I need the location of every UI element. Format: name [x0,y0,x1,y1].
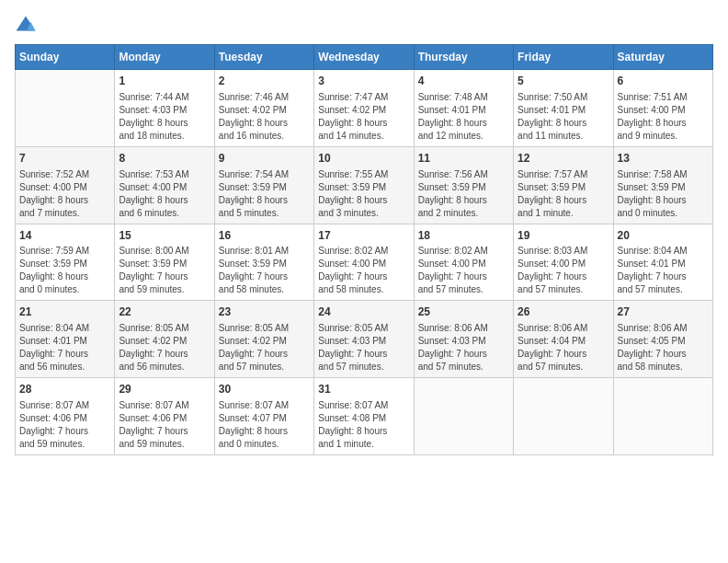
day-number: 30 [219,382,310,397]
calendar-cell: 11Sunrise: 7:56 AM Sunset: 3:59 PM Dayli… [414,146,513,224]
day-info: Sunrise: 8:00 AM Sunset: 3:59 PM Dayligh… [119,245,210,296]
calendar-cell: 30Sunrise: 8:07 AM Sunset: 4:07 PM Dayli… [214,378,313,455]
calendar-body: 1Sunrise: 7:44 AM Sunset: 4:03 PM Daylig… [16,70,713,455]
day-info: Sunrise: 8:07 AM Sunset: 4:06 PM Dayligh… [19,399,110,451]
day-info: Sunrise: 8:07 AM Sunset: 4:08 PM Dayligh… [318,399,409,451]
calendar-week-1: 1Sunrise: 7:44 AM Sunset: 4:03 PM Daylig… [16,70,713,147]
dow-header-thursday: Thursday [414,45,513,70]
day-number: 10 [318,151,409,167]
day-info: Sunrise: 8:05 AM Sunset: 4:02 PM Dayligh… [219,322,310,373]
calendar-cell [613,378,712,455]
day-number: 18 [418,228,509,244]
day-number: 6 [618,74,709,89]
dow-header-wednesday: Wednesday [314,45,414,70]
day-number: 5 [518,74,609,89]
calendar-table: SundayMondayTuesdayWednesdayThursdayFrid… [15,44,713,455]
day-info: Sunrise: 7:48 AM Sunset: 4:01 PM Dayligh… [418,91,509,143]
day-number: 28 [19,382,110,397]
day-number: 4 [418,74,509,89]
day-number: 12 [518,151,609,167]
day-info: Sunrise: 8:04 AM Sunset: 4:01 PM Dayligh… [618,245,709,296]
day-info: Sunrise: 7:47 AM Sunset: 4:02 PM Dayligh… [318,91,409,143]
calendar-cell: 22Sunrise: 8:05 AM Sunset: 4:02 PM Dayli… [115,301,214,378]
calendar-cell [514,378,613,455]
dow-header-saturday: Saturday [613,45,712,70]
day-number: 31 [318,382,409,397]
calendar-week-4: 21Sunrise: 8:04 AM Sunset: 4:01 PM Dayli… [16,301,713,378]
day-number: 19 [518,228,609,244]
day-info: Sunrise: 7:52 AM Sunset: 4:00 PM Dayligh… [19,168,110,220]
day-info: Sunrise: 7:58 AM Sunset: 3:59 PM Dayligh… [618,168,709,220]
logo [15,15,40,37]
calendar-cell: 27Sunrise: 8:06 AM Sunset: 4:05 PM Dayli… [613,301,712,378]
calendar-week-5: 28Sunrise: 8:07 AM Sunset: 4:06 PM Dayli… [16,378,713,455]
day-info: Sunrise: 7:54 AM Sunset: 3:59 PM Dayligh… [219,168,310,220]
calendar-cell: 23Sunrise: 8:05 AM Sunset: 4:02 PM Dayli… [214,301,313,378]
day-number: 8 [119,151,210,167]
calendar-cell: 1Sunrise: 7:44 AM Sunset: 4:03 PM Daylig… [115,70,214,147]
calendar-cell: 19Sunrise: 8:03 AM Sunset: 4:00 PM Dayli… [514,224,613,301]
calendar-cell: 16Sunrise: 8:01 AM Sunset: 3:59 PM Dayli… [214,224,313,301]
day-number: 29 [119,382,210,397]
day-number: 22 [119,304,210,320]
day-info: Sunrise: 8:02 AM Sunset: 4:00 PM Dayligh… [418,245,509,296]
day-info: Sunrise: 7:56 AM Sunset: 3:59 PM Dayligh… [418,168,509,220]
days-of-week-row: SundayMondayTuesdayWednesdayThursdayFrid… [16,45,713,70]
day-number: 27 [618,304,709,320]
day-number: 26 [518,304,609,320]
day-number: 24 [318,304,409,320]
calendar-cell: 9Sunrise: 7:54 AM Sunset: 3:59 PM Daylig… [214,146,313,224]
calendar-cell [16,70,115,147]
day-number: 20 [618,228,709,244]
day-info: Sunrise: 7:57 AM Sunset: 3:59 PM Dayligh… [518,168,609,220]
day-number: 16 [219,228,310,244]
calendar-cell: 20Sunrise: 8:04 AM Sunset: 4:01 PM Dayli… [613,224,712,301]
calendar-cell: 10Sunrise: 7:55 AM Sunset: 3:59 PM Dayli… [314,146,414,224]
day-number: 23 [219,304,310,320]
calendar-cell: 3Sunrise: 7:47 AM Sunset: 4:02 PM Daylig… [314,70,414,147]
day-number: 13 [618,151,709,167]
day-info: Sunrise: 8:06 AM Sunset: 4:03 PM Dayligh… [418,322,509,373]
dow-header-friday: Friday [514,45,613,70]
day-number: 1 [119,74,210,89]
day-info: Sunrise: 8:04 AM Sunset: 4:01 PM Dayligh… [19,322,110,373]
calendar-cell: 13Sunrise: 7:58 AM Sunset: 3:59 PM Dayli… [613,146,712,224]
day-number: 17 [318,228,409,244]
calendar-cell: 24Sunrise: 8:05 AM Sunset: 4:03 PM Dayli… [314,301,414,378]
calendar-cell [414,378,513,455]
day-number: 2 [219,74,310,89]
day-info: Sunrise: 7:55 AM Sunset: 3:59 PM Dayligh… [318,168,409,220]
day-info: Sunrise: 8:06 AM Sunset: 4:05 PM Dayligh… [618,322,709,373]
calendar-cell: 31Sunrise: 8:07 AM Sunset: 4:08 PM Dayli… [314,378,414,455]
day-info: Sunrise: 8:07 AM Sunset: 4:07 PM Dayligh… [219,399,310,451]
calendar-cell: 26Sunrise: 8:06 AM Sunset: 4:04 PM Dayli… [514,301,613,378]
calendar-cell: 8Sunrise: 7:53 AM Sunset: 4:00 PM Daylig… [115,146,214,224]
dow-header-monday: Monday [115,45,214,70]
day-info: Sunrise: 8:02 AM Sunset: 4:00 PM Dayligh… [318,245,409,296]
dow-header-tuesday: Tuesday [214,45,313,70]
calendar-cell: 29Sunrise: 8:07 AM Sunset: 4:06 PM Dayli… [115,378,214,455]
day-info: Sunrise: 8:05 AM Sunset: 4:02 PM Dayligh… [119,322,210,373]
day-info: Sunrise: 7:46 AM Sunset: 4:02 PM Dayligh… [219,91,310,143]
day-info: Sunrise: 7:51 AM Sunset: 4:00 PM Dayligh… [618,91,709,143]
calendar-week-2: 7Sunrise: 7:52 AM Sunset: 4:00 PM Daylig… [16,146,713,224]
day-info: Sunrise: 8:01 AM Sunset: 3:59 PM Dayligh… [219,245,310,296]
day-info: Sunrise: 8:07 AM Sunset: 4:06 PM Dayligh… [119,399,210,451]
day-number: 25 [418,304,509,320]
calendar-cell: 28Sunrise: 8:07 AM Sunset: 4:06 PM Dayli… [16,378,115,455]
day-number: 21 [19,304,110,320]
calendar-cell: 2Sunrise: 7:46 AM Sunset: 4:02 PM Daylig… [214,70,313,147]
calendar-cell: 21Sunrise: 8:04 AM Sunset: 4:01 PM Dayli… [16,301,115,378]
calendar-cell: 4Sunrise: 7:48 AM Sunset: 4:01 PM Daylig… [414,70,513,147]
day-info: Sunrise: 8:06 AM Sunset: 4:04 PM Dayligh… [518,322,609,373]
page-header [15,15,713,37]
logo-icon [15,15,37,37]
day-number: 7 [19,151,110,167]
calendar-cell: 18Sunrise: 8:02 AM Sunset: 4:00 PM Dayli… [414,224,513,301]
day-number: 3 [318,74,409,89]
calendar-cell: 12Sunrise: 7:57 AM Sunset: 3:59 PM Dayli… [514,146,613,224]
day-info: Sunrise: 7:59 AM Sunset: 3:59 PM Dayligh… [19,245,110,296]
calendar-cell: 14Sunrise: 7:59 AM Sunset: 3:59 PM Dayli… [16,224,115,301]
day-info: Sunrise: 7:53 AM Sunset: 4:00 PM Dayligh… [119,168,210,220]
day-info: Sunrise: 7:44 AM Sunset: 4:03 PM Dayligh… [119,91,210,143]
